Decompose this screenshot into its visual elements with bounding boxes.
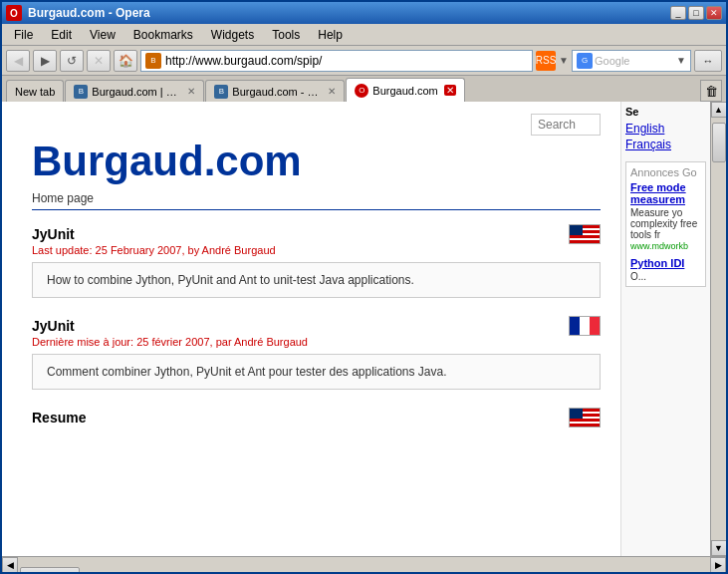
page-content: Burgaud.com Home page JyUnit Last update… <box>2 102 620 556</box>
search-dropdown[interactable]: ▼ <box>676 55 686 66</box>
menu-bar: File Edit View Bookmarks Widgets Tools H… <box>2 24 726 46</box>
article-title-3: Resume <box>32 410 86 426</box>
search-bar[interactable]: G Google ▼ <box>572 50 691 72</box>
scroll-down-button[interactable]: ▼ <box>711 540 727 556</box>
scroll-up-button[interactable]: ▲ <box>711 102 727 118</box>
stop-button[interactable]: ✕ <box>87 50 111 72</box>
window-controls: _ □ ✕ <box>670 6 722 20</box>
tab-site-close[interactable]: ✕ <box>187 86 195 97</box>
article-flag-2 <box>569 316 601 339</box>
rss-button[interactable]: RSS <box>536 51 556 71</box>
google-icon: G <box>577 53 593 69</box>
tab-active[interactable]: O Burgaud.com ✕ <box>346 78 464 102</box>
vertical-scrollbar[interactable]: ▲ ▼ <box>710 102 726 556</box>
article-meta-2: Dernière mise à jour: 25 février 2007, p… <box>32 336 308 348</box>
article-jyunit-en: JyUnit Last update: 25 February 2007, by… <box>32 226 601 298</box>
tab-home-label: Burgaud.com - Home <box>232 86 322 98</box>
menu-edit[interactable]: Edit <box>43 26 80 44</box>
lang-english[interactable]: English <box>625 122 706 136</box>
right-sidebar: Se English Français Annonces Go Free mod… <box>620 102 710 556</box>
menu-file[interactable]: File <box>6 26 41 44</box>
article-resume: Resume <box>32 410 601 430</box>
lang-francais[interactable]: Français <box>625 138 706 151</box>
toolbar: ◀ ▶ ↺ ✕ 🏠 B http://www.burgaud.com/spip/… <box>2 46 726 76</box>
article-desc-2: Comment combiner Jython, PyUnit et Ant p… <box>47 365 447 379</box>
sidebar-search-label: Se <box>625 106 706 118</box>
minimize-button[interactable]: _ <box>670 6 686 20</box>
back-button[interactable]: ◀ <box>6 50 30 72</box>
tab-home-favicon: B <box>214 85 228 99</box>
menu-view[interactable]: View <box>82 26 123 44</box>
menu-help[interactable]: Help <box>310 26 351 44</box>
browser-window: O Burgaud.com - Opera _ □ ✕ File Edit Vi… <box>0 0 728 574</box>
article-title-1: JyUnit <box>32 226 276 242</box>
article-flag-3 <box>569 408 601 430</box>
address-text: http://www.burgaud.com/spip/ <box>165 54 528 68</box>
tab-active-label: Burgaud.com <box>372 85 437 97</box>
app-icon: O <box>6 5 22 21</box>
ad-link-1[interactable]: Free mode measurem <box>630 181 701 205</box>
tab-newtab[interactable]: New tab <box>6 80 64 102</box>
flag-us-icon-2 <box>569 408 601 428</box>
search-top-right <box>531 114 601 136</box>
maximize-button[interactable]: □ <box>688 6 704 20</box>
forward-button[interactable]: ▶ <box>33 50 57 72</box>
tab-site-label: Burgaud.com | Site inter... <box>92 86 181 98</box>
tab-site[interactable]: B Burgaud.com | Site inter... ✕ <box>65 80 204 102</box>
article-meta-1: Last update: 25 February 2007, by André … <box>32 244 276 256</box>
article-box-1: How to combine Jython, PyUnit and Ant to… <box>32 262 601 298</box>
search-input[interactable] <box>531 114 601 136</box>
article-box-2: Comment combiner Jython, PyUnit et Ant p… <box>32 354 601 390</box>
tab-site-favicon: B <box>74 85 88 99</box>
tab-home-close[interactable]: ✕ <box>328 86 336 97</box>
reload-button[interactable]: ↺ <box>60 50 84 72</box>
ad-url: www.mdworkb <box>630 241 701 251</box>
tab-active-close[interactable]: ✕ <box>444 85 456 96</box>
address-favicon: B <box>145 53 161 69</box>
ad-link-2[interactable]: Python IDI <box>630 257 701 269</box>
horizontal-scrollbar[interactable]: ◀ ▶ <box>2 556 726 572</box>
ad-header: Annonces Go <box>630 166 701 178</box>
scroll-h-thumb[interactable] <box>20 567 80 573</box>
ad-link2-sub: O... <box>630 271 701 282</box>
ad-text: Measure yo complexity free tools fr <box>630 207 701 240</box>
home-button[interactable]: 🏠 <box>114 50 137 72</box>
menu-bookmarks[interactable]: Bookmarks <box>125 26 201 44</box>
title-bar: O Burgaud.com - Opera _ □ ✕ <box>2 2 726 24</box>
breadcrumb: Home page <box>32 191 601 210</box>
ad-box: Annonces Go Free mode measurem Measure y… <box>625 161 706 287</box>
scroll-right-button[interactable]: ▶ <box>710 557 726 573</box>
tab-active-favicon: O <box>355 84 368 98</box>
search-placeholder: Google <box>595 55 629 67</box>
site-title: Burgaud.com <box>32 138 601 185</box>
scroll-track[interactable] <box>711 118 726 540</box>
trash-button[interactable]: 🗑 <box>700 80 722 102</box>
close-button[interactable]: ✕ <box>706 6 722 20</box>
scroll-thumb[interactable] <box>712 123 726 162</box>
article-title-2: JyUnit <box>32 318 308 334</box>
tab-bar: New tab B Burgaud.com | Site inter... ✕ … <box>2 76 726 102</box>
article-desc-1: How to combine Jython, PyUnit and Ant to… <box>47 273 414 287</box>
tab-newtab-label: New tab <box>15 86 55 98</box>
menu-tools[interactable]: Tools <box>264 26 308 44</box>
window-title: Burgaud.com - Opera <box>28 6 664 20</box>
scroll-left-button[interactable]: ◀ <box>2 557 18 573</box>
menu-widgets[interactable]: Widgets <box>203 26 262 44</box>
address-bar[interactable]: B http://www.burgaud.com/spip/ <box>140 50 533 72</box>
tab-home[interactable]: B Burgaud.com - Home ✕ <box>205 80 345 102</box>
zoom-button[interactable]: ↔ <box>694 50 722 72</box>
flag-us-icon <box>569 224 601 244</box>
feed-dropdown[interactable]: ▼ <box>559 55 569 66</box>
flag-fr-icon <box>569 316 601 336</box>
article-jyunit-fr: JyUnit Dernière mise à jour: 25 février … <box>32 318 601 390</box>
article-flag-1 <box>569 224 601 247</box>
